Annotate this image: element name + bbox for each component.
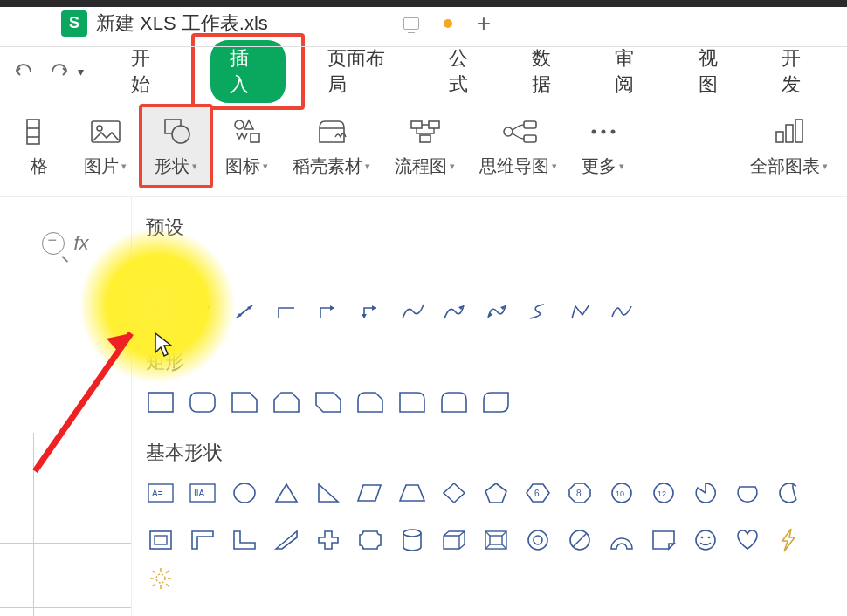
svg-text:A=: A=	[152, 489, 163, 498]
svg-text:12: 12	[658, 489, 666, 498]
svg-rect-9	[411, 121, 422, 128]
shape-parallelogram[interactable]	[355, 480, 385, 506]
tab-review[interactable]: 审阅	[601, 40, 666, 103]
shape-pentagon[interactable]	[481, 480, 511, 506]
shape-round2diag[interactable]	[481, 389, 511, 415]
shape-trapezoid[interactable]	[397, 480, 427, 506]
shape-snip1[interactable]	[230, 389, 259, 415]
shape-triangle[interactable]	[272, 480, 301, 506]
tab-start[interactable]: 开始	[117, 40, 182, 103]
shape-donut[interactable]	[523, 527, 553, 553]
shape-decagon[interactable]: 10	[607, 480, 637, 506]
shape-elbow-arrow[interactable]	[313, 298, 343, 325]
fx-icon[interactable]: fx	[73, 232, 88, 255]
shape-diamond[interactable]	[439, 480, 469, 506]
ribbon-flowchart[interactable]: 流程图▾	[382, 107, 467, 185]
shape-curve-arrow[interactable]	[439, 298, 469, 325]
shape-curve-double[interactable]	[481, 298, 511, 325]
svg-point-7	[235, 120, 244, 129]
shape-right-triangle[interactable]	[313, 480, 343, 506]
shapes-dropdown-panel: 预设 线条 矩形 基本形状	[131, 197, 847, 616]
tab-view[interactable]: 视图	[685, 40, 750, 103]
shape-curve[interactable]	[397, 298, 427, 325]
chevron-down-icon: ▾	[365, 161, 370, 172]
chevron-down-icon: ▾	[450, 161, 455, 172]
shape-round1[interactable]	[397, 389, 427, 415]
shape-diagonal-stripe[interactable]	[272, 527, 301, 553]
ribbon-more[interactable]: 更多▾	[569, 107, 637, 185]
shape-snipround[interactable]	[355, 389, 385, 415]
shape-no-symbol[interactable]	[565, 527, 595, 553]
ribbon-allcharts[interactable]: 全部图表▾	[738, 107, 840, 185]
shape-plus[interactable]	[313, 527, 343, 553]
shape-bevel[interactable]	[481, 527, 511, 553]
zoom-out-icon[interactable]	[42, 232, 65, 255]
shape-line-double-arrow[interactable]	[230, 298, 259, 325]
undo-button[interactable]	[10, 58, 36, 85]
section-basic: 基本形状	[141, 431, 847, 475]
shape-elbow[interactable]	[272, 298, 301, 325]
shape-block-arc[interactable]	[607, 527, 637, 553]
shape-round-rect[interactable]	[188, 389, 217, 415]
shape-freeform-poly[interactable]	[565, 298, 595, 325]
svg-rect-20	[795, 120, 802, 142]
shape-l-shape[interactable]	[230, 527, 259, 553]
tab-insert[interactable]: 插入	[210, 40, 286, 103]
ribbon-icons[interactable]: 图标▾	[213, 107, 280, 185]
svg-point-47	[701, 537, 704, 539]
chevron-down-icon: ▾	[552, 161, 557, 172]
svg-rect-37	[150, 531, 171, 549]
shape-oval[interactable]	[230, 480, 259, 506]
svg-rect-8	[251, 133, 259, 142]
svg-point-6	[172, 126, 189, 143]
shape-textbox-v[interactable]: IIA	[188, 480, 217, 506]
shape-pie[interactable]	[691, 480, 720, 506]
tab-pagelayout[interactable]: 页面布局	[313, 40, 417, 103]
new-tab-button[interactable]: +	[477, 10, 491, 38]
shape-chord[interactable]	[733, 480, 762, 506]
shape-rect[interactable]	[146, 389, 176, 415]
ribbon-picture[interactable]: 图片▾	[72, 107, 139, 185]
shape-hexagon[interactable]: 6	[523, 480, 553, 506]
shape-octagon[interactable]: 8	[565, 480, 595, 506]
shape-cube[interactable]	[439, 527, 469, 553]
shape-dodecagon[interactable]: 12	[649, 480, 678, 506]
shape-snip2diag[interactable]	[313, 389, 343, 415]
ribbon-label: 形状	[155, 154, 189, 178]
shape-freeform-s[interactable]	[523, 298, 553, 325]
document-title[interactable]: 新建 XLS 工作表.xls	[96, 10, 268, 37]
shape-textbox-h[interactable]: A=	[146, 480, 176, 506]
tab-data[interactable]: 数据	[518, 40, 583, 103]
shape-folded-corner[interactable]	[649, 527, 678, 553]
tab-dev[interactable]: 开发	[768, 40, 833, 103]
shape-lightning[interactable]	[775, 527, 804, 553]
tab-formula[interactable]: 公式	[435, 40, 500, 103]
shape-sun[interactable]	[146, 565, 176, 592]
shape-heart[interactable]	[733, 527, 762, 553]
quick-dropdown-icon[interactable]: ▾	[78, 65, 84, 79]
ribbon-shapes[interactable]: 形状▾	[139, 104, 213, 188]
shape-line-arrow[interactable]	[188, 298, 217, 325]
presentation-icon[interactable]	[403, 17, 419, 30]
shape-can[interactable]	[397, 527, 427, 553]
shape-teardrop[interactable]	[775, 480, 804, 506]
shape-frame[interactable]	[146, 527, 176, 553]
shape-plaque[interactable]	[355, 527, 385, 553]
ribbon-mindmap[interactable]: 思维导图▾	[467, 107, 569, 185]
shape-line[interactable]	[146, 298, 176, 325]
ribbon-label: 更多	[582, 154, 616, 178]
shape-scribble[interactable]	[607, 298, 637, 325]
redo-button[interactable]	[46, 58, 72, 85]
shape-elbow-double[interactable]	[355, 298, 385, 325]
svg-point-30	[234, 483, 255, 503]
ribbon: 格 图片▾ 形状▾ 图标▾ 稻壳素材▾ 流程图▾ 思维导图▾ 更多▾ 全部图表▾	[0, 96, 847, 197]
ribbon-grid[interactable]: 格	[7, 107, 72, 185]
shape-half-frame[interactable]	[188, 527, 217, 553]
chevron-down-icon: ▾	[619, 161, 624, 172]
shape-smiley[interactable]	[691, 527, 720, 553]
shape-round2same[interactable]	[439, 389, 469, 415]
svg-text:8: 8	[576, 489, 582, 498]
shape-snip2same[interactable]	[272, 389, 301, 415]
svg-point-39	[403, 530, 421, 537]
ribbon-docer[interactable]: 稻壳素材▾	[280, 107, 382, 185]
